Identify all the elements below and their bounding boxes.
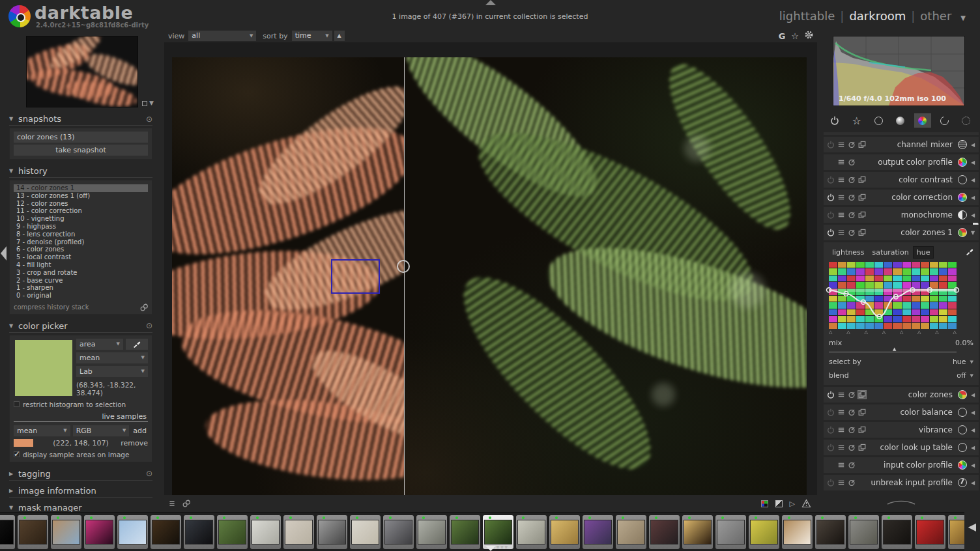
group-effects-icon[interactable]: [958, 113, 975, 128]
mode-other[interactable]: other: [920, 9, 951, 23]
module-instances-icon[interactable]: [858, 426, 866, 434]
compress-history-button[interactable]: compress history stack: [14, 304, 140, 311]
history-item[interactable]: 8 - lens correction: [14, 231, 148, 238]
color-picker-area-rectangle[interactable]: [331, 259, 380, 294]
module-row[interactable]: color look up table◀: [824, 440, 979, 455]
group-tone-icon[interactable]: [892, 113, 909, 128]
snapshot-item[interactable]: color zones (13): [14, 132, 148, 143]
module-power-icon[interactable]: [827, 479, 835, 487]
mode-lighttable[interactable]: lighttable: [779, 9, 835, 23]
module-reset-icon[interactable]: [848, 444, 856, 451]
filmstrip-thumbnail[interactable]: [117, 515, 148, 549]
color-picker-header[interactable]: ▼ color picker ⊙: [9, 320, 152, 333]
module-reset-icon[interactable]: [848, 229, 856, 236]
module-presets-icon[interactable]: [837, 444, 845, 451]
expand-icon[interactable]: [142, 101, 147, 106]
module-instances-icon[interactable]: [858, 141, 866, 148]
module-row[interactable]: monochrome◀: [824, 207, 979, 223]
module-presets-icon[interactable]: [837, 193, 845, 201]
compress-history-icon[interactable]: [140, 304, 148, 311]
module-power-icon[interactable]: [827, 176, 835, 184]
filmstrip-thumbnail[interactable]: [715, 515, 746, 549]
blend-dropdown[interactable]: blend off ▼: [829, 371, 973, 380]
filmstrip-thumbnail[interactable]: [18, 515, 48, 549]
mode-dropdown-icon[interactable]: ▼: [960, 14, 966, 21]
module-presets-icon[interactable]: [837, 408, 845, 416]
module-instances-icon[interactable]: [858, 229, 866, 236]
module-instances-icon[interactable]: [858, 193, 866, 201]
preferences-gear-icon[interactable]: [805, 31, 813, 41]
tagging-header[interactable]: ▶ tagging ⊙: [9, 468, 152, 481]
filmstrip-thumbnail[interactable]: [84, 515, 115, 549]
history-item[interactable]: 10 - vignetting: [14, 215, 148, 223]
module-expand-icon[interactable]: ◀: [970, 195, 976, 201]
eyedropper-button[interactable]: [126, 339, 148, 350]
overexposed-icon[interactable]: [775, 500, 783, 507]
filmstrip-thumbnail[interactable]: [450, 515, 480, 549]
module-power-icon[interactable]: [827, 193, 835, 201]
module-expand-icon[interactable]: ◀: [970, 392, 976, 398]
softproof-icon[interactable]: ▷: [790, 500, 795, 508]
module-instances-icon[interactable]: [858, 391, 866, 399]
group-active-power-icon[interactable]: [826, 113, 843, 128]
history-item[interactable]: 12 - color zones: [14, 200, 148, 208]
filmstrip-thumbnail[interactable]: [250, 515, 281, 549]
module-instances-icon[interactable]: [858, 176, 866, 184]
filmstrip-thumbnail[interactable]: [649, 515, 680, 549]
picker-stat-dropdown[interactable]: mean▼: [76, 352, 148, 363]
module-expand-icon[interactable]: ◀: [970, 177, 976, 183]
module-reset-icon[interactable]: [848, 141, 856, 148]
sort-direction-button[interactable]: ▲: [334, 31, 345, 41]
module-reset-icon[interactable]: [848, 408, 856, 416]
image-information-header[interactable]: ▶ image information: [9, 485, 152, 498]
mix-slider[interactable]: ▲: [829, 347, 957, 352]
filmstrip-thumbnail[interactable]: ☆☆☆☆☆: [483, 515, 513, 549]
filmstrip-thumbnail[interactable]: [350, 515, 381, 549]
history-item[interactable]: 3 - crop and rotate: [14, 269, 148, 277]
module-expand-icon[interactable]: ◀: [970, 427, 976, 433]
filmstrip-thumbnail[interactable]: [317, 515, 347, 549]
tagging-presets-icon[interactable]: ⊙: [146, 469, 152, 478]
module-presets-icon[interactable]: [837, 391, 845, 399]
filmstrip-thumbnail[interactable]: [915, 515, 945, 549]
mode-darkroom[interactable]: darkroom: [849, 9, 906, 23]
filmstrip-thumbnail[interactable]: [815, 515, 846, 549]
thumbnail-zoom-controls[interactable]: ▼: [142, 100, 154, 106]
module-power-icon[interactable]: [827, 408, 835, 416]
module-reset-icon[interactable]: [848, 193, 856, 201]
group-basic-icon[interactable]: [870, 113, 887, 128]
history-header[interactable]: ▼ history: [9, 165, 152, 178]
filmstrip-thumbnail[interactable]: [0, 515, 15, 549]
history-item[interactable]: 5 - local contrast: [14, 253, 148, 261]
colorzones-tab-hue[interactable]: hue: [914, 247, 934, 258]
module-row[interactable]: input color profile◀: [824, 457, 979, 473]
bottom-panel-collapse-icon[interactable]: [485, 546, 496, 551]
sort-dropdown[interactable]: time▼: [292, 31, 332, 41]
module-presets-icon[interactable]: [837, 211, 845, 219]
module-row[interactable]: vibrance◀: [824, 422, 979, 438]
sample-color-swatch[interactable]: [14, 439, 33, 447]
filmstrip-thumbnail[interactable]: [782, 515, 813, 549]
presets-hamburger-icon[interactable]: [168, 500, 176, 507]
history-item[interactable]: 6 - color zones: [14, 246, 148, 253]
history-item[interactable]: 2 - base curve: [14, 277, 148, 285]
module-row[interactable]: color correction◀: [824, 190, 979, 205]
module-expand-icon[interactable]: ◀: [970, 410, 976, 416]
module-expand-icon[interactable]: ◀: [970, 480, 976, 486]
module-reset-icon[interactable]: [848, 479, 856, 487]
filmstrip-thumbnail[interactable]: [383, 515, 414, 549]
module-power-icon[interactable]: [827, 426, 835, 434]
module-presets-icon[interactable]: [837, 176, 845, 184]
module-presets-icon[interactable]: [837, 426, 845, 434]
module-reset-icon[interactable]: [848, 426, 856, 434]
filmstrip-thumbnail[interactable]: [616, 515, 646, 549]
colorzones-tab-lightness[interactable]: lightness: [829, 247, 868, 258]
module-power-icon[interactable]: [827, 444, 835, 451]
module-power-icon[interactable]: [827, 141, 835, 148]
filmstrip-thumbnail[interactable]: [848, 515, 879, 549]
filmstrip-thumbnail[interactable]: [882, 515, 912, 549]
select-by-dropdown[interactable]: select by hue ▼: [829, 358, 973, 366]
module-reset-icon[interactable]: [848, 461, 856, 469]
filmstrip-thumbnail[interactable]: [283, 515, 314, 549]
sample-stat-dropdown[interactable]: mean▼: [14, 425, 70, 436]
